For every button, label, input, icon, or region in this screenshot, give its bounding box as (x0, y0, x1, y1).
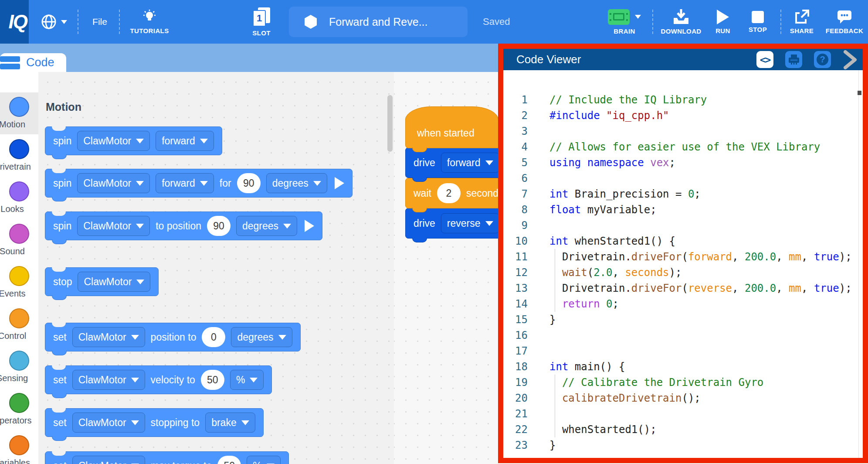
help-button[interactable]: ? (814, 51, 831, 68)
palette-block[interactable]: setClawMotorvelocity to50% (45, 365, 272, 394)
print-button[interactable] (785, 51, 802, 68)
tutorials-button[interactable]: TUTORIALS (125, 0, 173, 44)
sidebar-item-drivetrain[interactable]: Drivetrain (0, 139, 38, 159)
block-dropdown[interactable]: reverse (441, 213, 499, 233)
file-menu-label: File (92, 17, 107, 27)
code-text: } (549, 312, 863, 328)
stop-button[interactable]: STOP (743, 0, 772, 44)
block-dropdown[interactable]: forward (156, 173, 214, 193)
code-line: 9 (503, 218, 863, 233)
download-button[interactable]: DOWNLOAD (655, 0, 707, 44)
project-name: Forward and Reve... (329, 16, 428, 28)
code-text: int whenStarted1() { (549, 233, 863, 249)
palette-block[interactable]: setClawMotormax torque to50% (45, 451, 289, 464)
collapse-panel-chevron-icon[interactable] (843, 50, 858, 69)
block-text: spin (53, 177, 71, 189)
sidebar-item-control[interactable]: Control (0, 308, 38, 328)
dropdown-value: % (236, 374, 245, 386)
dropdown-value: ClawMotor (78, 417, 126, 429)
block-dropdown[interactable]: % (230, 370, 264, 390)
block-dropdown[interactable]: brake (205, 413, 255, 433)
brain-button[interactable]: BRAIN (600, 0, 648, 44)
blocks-icon (3, 56, 21, 69)
block-number-input[interactable]: 2 (437, 183, 461, 203)
palette-block[interactable]: stopClawMotor (45, 267, 159, 296)
language-menu[interactable] (37, 0, 71, 44)
code-line: 13 Drivetrain.driveFor(reverse, 200.0, m… (503, 280, 863, 296)
globe-icon (41, 14, 57, 30)
block-dropdown[interactable]: ClawMotor (77, 216, 150, 236)
block-number-input[interactable]: 50 (201, 370, 224, 390)
line-number: 3 (503, 123, 528, 139)
scrollbar-thumb[interactable] (858, 91, 861, 95)
code-viewer-panel: Code Viewer <> ? (498, 44, 868, 463)
code-text: Drivetrain.driveFor(reverse, 200.0, mm, … (549, 280, 863, 296)
block-number-input[interactable]: 50 (217, 456, 241, 464)
block-text: stop (53, 276, 72, 288)
tab-code[interactable]: Code (0, 53, 66, 72)
palette-block[interactable]: setClawMotorposition to0degrees (45, 323, 301, 351)
project-name-button[interactable]: Forward and Reve... (289, 7, 468, 37)
slot-selector[interactable]: 1 SLOT (244, 0, 279, 44)
drive-block[interactable]: drivereverse (405, 208, 510, 239)
block-dropdown[interactable]: forward (156, 131, 214, 151)
code-text: } (549, 437, 863, 453)
sidebar-item-events[interactable]: Events (0, 266, 38, 286)
code-view-button[interactable]: <> (756, 51, 773, 68)
palette-scrollbar[interactable] (387, 95, 393, 152)
sidebar-item-looks[interactable]: Looks (0, 181, 38, 201)
sidebar-item-sensing[interactable]: Sensing (0, 351, 38, 371)
block-run-play-icon[interactable] (335, 177, 344, 189)
block-number-input[interactable]: 90 (207, 216, 231, 236)
share-label: SHARE (790, 27, 814, 34)
palette-block[interactable]: spinClawMotorforward (45, 126, 222, 155)
palette-block[interactable]: spinClawMotorforwardfor90degrees (45, 169, 353, 198)
palette-block[interactable]: setClawMotorstopping tobrake (45, 408, 264, 437)
app-logo: IQ (0, 0, 29, 44)
line-number: 20 (503, 390, 528, 406)
run-icon (717, 10, 729, 24)
dropdown-value: ClawMotor (78, 374, 126, 386)
block-dropdown[interactable]: forward (441, 153, 499, 173)
block-dropdown[interactable]: % (247, 456, 280, 464)
line-number: 19 (503, 375, 528, 390)
slot-number: 1 (253, 10, 266, 27)
feedback-button[interactable]: FEEDBACK (823, 0, 866, 44)
sidebar-item-motion[interactable]: Motion (0, 97, 38, 117)
code-line: 1// Include the IQ Library (503, 92, 863, 108)
category-label: Looks (0, 204, 24, 214)
scrollbar-track[interactable] (858, 70, 859, 458)
sidebar-item-operators[interactable]: Operators (0, 393, 38, 413)
block-dropdown[interactable]: degrees (266, 173, 327, 193)
block-dropdown[interactable]: degrees (231, 327, 292, 347)
block-run-play-icon[interactable] (305, 220, 314, 232)
code-text: using namespace vex; (549, 155, 863, 171)
category-color-dot (9, 97, 29, 117)
block-dropdown[interactable]: ClawMotor (77, 131, 150, 151)
block-number-input[interactable]: 90 (237, 173, 261, 193)
dropdown-value: degrees (237, 331, 273, 343)
category-color-dot (9, 266, 29, 286)
chevron-down-icon (278, 335, 286, 340)
block-dropdown[interactable]: ClawMotor (72, 370, 145, 390)
block-dropdown[interactable]: ClawMotor (72, 327, 145, 347)
share-button[interactable]: SHARE (784, 0, 819, 44)
sidebar-item-variables[interactable]: Variables (0, 435, 38, 455)
block-dropdown[interactable]: ClawMotor (77, 173, 150, 193)
block-dropdown[interactable]: ClawMotor (72, 413, 145, 433)
when-started-hat-block[interactable]: when started (405, 118, 504, 148)
palette-block[interactable]: spinClawMotorto position90degrees (45, 212, 322, 240)
chevron-down-icon (136, 280, 144, 284)
code-line: 18int main() { (503, 359, 863, 375)
dropdown-value: ClawMotor (83, 177, 131, 189)
line-number: 15 (503, 312, 528, 328)
sidebar-item-sound[interactable]: Sound (0, 224, 38, 244)
file-menu[interactable]: File (86, 0, 113, 44)
dropdown-value: ClawMotor (83, 135, 131, 147)
block-dropdown[interactable]: ClawMotor (78, 272, 150, 292)
run-button[interactable]: RUN (709, 0, 736, 44)
wait-block[interactable]: wait2seconds (405, 178, 512, 208)
block-dropdown[interactable]: degrees (236, 216, 297, 236)
block-number-input[interactable]: 0 (202, 327, 225, 347)
block-dropdown[interactable]: ClawMotor (72, 456, 145, 464)
